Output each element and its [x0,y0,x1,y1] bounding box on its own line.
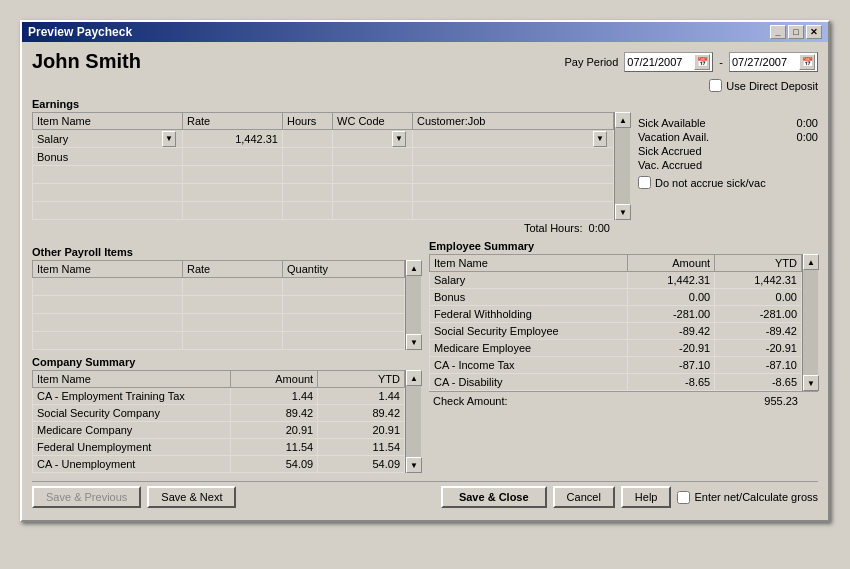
earnings-item-salary[interactable]: Salary ▼ [33,130,183,148]
earnings-empty2[interactable] [33,184,183,202]
employee-summary-table: Item Name Amount YTD Salary 1,442.31 1,4… [429,254,802,391]
earnings-scroll-track[interactable] [615,128,630,204]
op-row-empty1 [33,278,405,296]
op-scroll-down[interactable]: ▼ [406,334,422,350]
earnings-wc-salary[interactable]: ▼ [333,130,413,148]
minimize-button[interactable]: _ [770,25,786,39]
company-summary-section: Company Summary Item Name Amount YTD [32,356,421,473]
earnings-empty3[interactable] [33,202,183,220]
earnings-hours-bonus[interactable] [283,148,333,166]
earnings-hours-salary[interactable] [283,130,333,148]
cs-amount-2: 20.91 [231,422,318,439]
cs-scroll-down[interactable]: ▼ [406,457,422,473]
cs-col-amount: Amount [231,371,318,388]
earnings-col-item: Item Name [33,113,183,130]
sick-available-row: Sick Available 0:00 [638,116,818,130]
earnings-scroll-down[interactable]: ▼ [615,204,631,220]
company-summary-table-wrapper: Item Name Amount YTD CA - Employment Tra… [32,370,421,473]
earnings-col-customer: Customer:Job [413,113,614,130]
footer-buttons: Save & Previous Save & Next Save & Close… [32,481,818,512]
es-ytd-fed-wh: -281.00 [715,306,802,323]
pay-period-label: Pay Period [565,56,619,68]
save-previous-button[interactable]: Save & Previous [32,486,141,508]
es-col-ytd: YTD [715,255,802,272]
pay-period-to-input[interactable] [732,56,797,68]
cs-item-2[interactable]: Medicare Company [33,422,231,439]
enter-net-checkbox[interactable] [677,491,690,504]
es-item-bonus[interactable]: Bonus [430,289,628,306]
company-summary-scrollbar[interactable]: ▲ ▼ [405,370,421,473]
es-col-amount: Amount [628,255,715,272]
wc-dropdown-arrow[interactable]: ▼ [392,131,406,147]
close-button[interactable]: ✕ [806,25,822,39]
salary-dropdown-arrow[interactable]: ▼ [162,131,176,147]
enter-net-label: Enter net/Calculate gross [694,491,818,503]
save-next-button[interactable]: Save & Next [147,486,236,508]
op-scroll-track[interactable] [406,276,421,334]
enter-net-row: Enter net/Calculate gross [677,491,818,504]
cs-scroll-track[interactable] [406,386,421,457]
es-item-ca-disability[interactable]: CA - Disability [430,374,628,391]
do-not-accrue-checkbox[interactable] [638,176,651,189]
es-ytd-medicare: -20.91 [715,340,802,357]
earnings-wc-bonus[interactable] [333,148,413,166]
es-scroll-track[interactable] [803,270,818,375]
earnings-item-bonus[interactable]: Bonus [33,148,183,166]
save-close-button[interactable]: Save & Close [441,486,547,508]
op-row-empty4 [33,332,405,350]
earnings-cj-salary[interactable]: ▼ [413,130,614,148]
es-row-4: Medicare Employee -20.91 -20.91 [430,340,802,357]
cs-item-1[interactable]: Social Security Company [33,405,231,422]
op-row-empty3 [33,314,405,332]
cs-item-4[interactable]: CA - Unemployment [33,456,231,473]
check-amount-row: Check Amount: 955.23 [429,391,818,409]
es-row-3: Social Security Employee -89.42 -89.42 [430,323,802,340]
cs-item-0[interactable]: CA - Employment Training Tax [33,388,231,405]
window-title: Preview Paycheck [28,25,132,39]
earnings-empty1[interactable] [33,166,183,184]
direct-deposit-checkbox[interactable] [709,79,722,92]
op-scroll-up[interactable]: ▲ [406,260,422,276]
es-row-6: CA - Disability -8.65 -8.65 [430,374,802,391]
es-item-fed-wh[interactable]: Federal Withholding [430,306,628,323]
cs-item-3[interactable]: Federal Unemployment [33,439,231,456]
cj-dropdown-arrow[interactable]: ▼ [593,131,607,147]
es-ytd-bonus: 0.00 [715,289,802,306]
es-item-ca-income[interactable]: CA - Income Tax [430,357,628,374]
other-payroll-table-wrapper: Item Name Rate Quantity [32,260,421,350]
employee-summary-scrollbar[interactable]: ▲ ▼ [802,254,818,391]
earnings-rate-salary[interactable]: 1,442.31 [183,130,283,148]
earnings-row-bonus: Bonus [33,148,614,166]
cs-ytd-1: 89.42 [318,405,405,422]
es-item-medicare[interactable]: Medicare Employee [430,340,628,357]
check-amount-value: 955.23 [764,395,798,407]
earnings-scroll-up[interactable]: ▲ [615,112,631,128]
earnings-rate-bonus[interactable] [183,148,283,166]
cs-ytd-0: 1.44 [318,388,405,405]
es-scroll-down[interactable]: ▼ [803,375,819,391]
cancel-button[interactable]: Cancel [553,486,615,508]
es-item-salary[interactable]: Salary [430,272,628,289]
es-row-2: Federal Withholding -281.00 -281.00 [430,306,802,323]
es-row-0: Salary 1,442.31 1,442.31 [430,272,802,289]
pay-period-to-field[interactable]: 📅 [729,52,818,72]
cs-scroll-up[interactable]: ▲ [406,370,422,386]
es-item-ss-emp[interactable]: Social Security Employee [430,323,628,340]
earnings-scrollbar[interactable]: ▲ ▼ [614,112,630,220]
calendar-from-button[interactable]: 📅 [694,54,710,70]
calendar-to-button[interactable]: 📅 [799,54,815,70]
cs-col-item: Item Name [33,371,231,388]
earnings-section-row: Earnings Item Name Rate Hours WC Code Cu… [32,98,818,234]
help-button[interactable]: Help [621,486,672,508]
other-payroll-scrollbar[interactable]: ▲ ▼ [405,260,421,350]
earnings-cj-bonus[interactable] [413,148,614,166]
pay-period-from-field[interactable]: 📅 [624,52,713,72]
maximize-button[interactable]: □ [788,25,804,39]
pay-period-from-input[interactable] [627,56,692,68]
cs-ytd-2: 20.91 [318,422,405,439]
earnings-row-salary: Salary ▼ 1,442.31 ▼ [33,130,614,148]
es-ytd-ss-emp: -89.42 [715,323,802,340]
other-payroll-section: Other Payroll Items Item Name Rate Quant… [32,246,421,350]
es-scroll-up[interactable]: ▲ [803,254,819,270]
sick-available-value: 0:00 [797,117,818,129]
